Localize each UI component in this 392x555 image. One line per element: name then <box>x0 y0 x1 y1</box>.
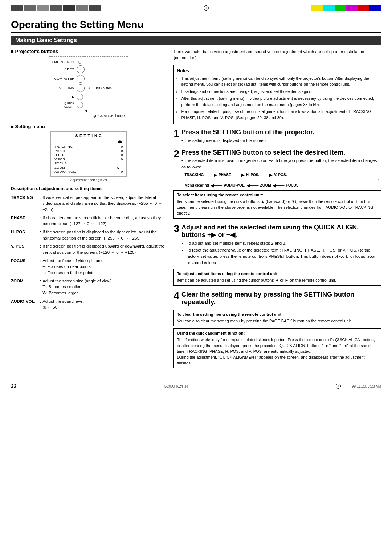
desc-focus-colon: : <box>40 258 41 264</box>
desc-zoom-val: Adjust the screen size (angle of view).T… <box>42 278 166 296</box>
color-bar-magenta <box>346 5 358 11</box>
notes-title: Notes <box>177 68 378 74</box>
sm-zoom-t: T <box>121 166 123 170</box>
note-1: This adjustment menu (setting menu) can … <box>181 76 378 87</box>
desc-zoom-key: ZOOM <box>11 278 40 284</box>
desc-vpos: V. POS. : If the screen position is disp… <box>11 243 166 255</box>
color-bar-yellow <box>311 5 323 11</box>
flow-line1: TRACKING ——▶ PHASE ——▶ H. POS. ——▶ V. PO… <box>184 172 381 177</box>
sm-arrow-right: ◀▶ <box>54 139 123 144</box>
memo-1-body: Items can be selected using the cursor b… <box>177 199 378 216</box>
memo-box-4: Using the quick alignment function: This… <box>173 328 381 368</box>
desc-hpos: H. POS. : If the screen position is disp… <box>11 229 166 241</box>
sm-row-phase: PHASE 0 <box>54 149 123 153</box>
bar-seg-7 <box>89 5 101 11</box>
sm-row-hpos: H.POS. 0 <box>54 153 123 157</box>
notes-box: Notes This adjustment menu (setting menu… <box>173 65 381 125</box>
bar-seg-5 <box>63 5 75 11</box>
bar-seg-1 <box>11 5 23 11</box>
bar-seg-4 <box>50 5 62 11</box>
notes-list: This adjustment menu (setting menu) can … <box>177 76 378 121</box>
footer-target-icon <box>336 384 341 389</box>
sm-vpos-val: 0 <box>121 158 123 161</box>
desc-tracking: TRACKING : If wide vertical stripes appe… <box>11 195 166 213</box>
bar-seg-3 <box>37 5 49 11</box>
intro-text: Here, we make basic video adjustment and… <box>173 49 381 61</box>
step-3-num: 3 <box>173 224 179 234</box>
sm-phase-val: 0 <box>121 149 123 153</box>
proj-computer-circle <box>77 75 85 83</box>
flow-arr-6: ◀—— <box>273 183 285 188</box>
step-4-num: 4 <box>173 291 179 301</box>
bar-seg-2 <box>24 5 36 11</box>
desc-tracking-key: TRACKING <box>11 195 40 201</box>
flow-arr-1: ——▶ <box>205 172 217 177</box>
flow-menu-clear: Menu clearing <box>184 183 209 187</box>
step-2-num: 2 <box>173 149 179 159</box>
step-1-content: Press the SETTING button of the projecto… <box>181 128 314 144</box>
proj-arrow-label: —▶ <box>51 95 77 99</box>
proj-quick-arrow: ——◀ <box>77 109 87 113</box>
desc-focus-val: Adjust the focus of video picture.−: Foc… <box>42 258 166 276</box>
proj-emergency-row: EMERGENCY <box>51 60 126 64</box>
proj-quick-buttons: ——◀ <box>77 102 87 113</box>
step-2-content: Press the SETTING button to select the d… <box>181 149 381 170</box>
desc-hpos-key: H. POS. <box>11 229 40 235</box>
memo-box-3: To clear the setting menu using the remo… <box>173 310 381 326</box>
step-4-content: Clear the setting menu by pressing the S… <box>181 291 381 307</box>
desc-tracking-val: If wide vertical stripes appear on the s… <box>42 195 166 213</box>
color-bar-green <box>335 5 346 11</box>
proj-emergency-dot <box>78 61 81 64</box>
proj-video-row: VIDEO <box>51 65 126 73</box>
desc-section: Description of adjustment and setting it… <box>11 186 166 310</box>
proj-quick-row: QUICKALIGN. ——◀ <box>51 102 126 113</box>
footer-right-text: 99.11.20, 3:28 AM <box>352 384 381 388</box>
quick-align-callout: QUICK ALIGN. buttons <box>51 114 126 118</box>
desc-zoom-colon: : <box>40 278 41 284</box>
desc-vpos-val: If the screen position is displaced upwa… <box>42 243 166 255</box>
flow-arr-4: ◀—— <box>211 183 222 188</box>
flow-focus: FOCUS <box>286 183 299 187</box>
page-title: Operating the Setting Menu <box>11 19 381 33</box>
projector-buttons-title: Projector's buttons <box>11 49 166 54</box>
note-4: For computer-related inputs, use of the … <box>181 109 378 121</box>
sm-hpos-val: 0 <box>121 153 123 157</box>
step-1-body: • The setting menu is displayed on the s… <box>181 138 314 144</box>
proj-arrow-row: —▶ <box>51 94 126 100</box>
sm-row-tracking: TRACKING 0 <box>54 145 123 148</box>
desc-hpos-colon: : <box>40 229 41 235</box>
memo-3-body: You can also clear the setting menu by p… <box>177 318 378 324</box>
flow-up-arr: ↑ <box>378 178 380 182</box>
step-1-num: 1 <box>173 128 179 139</box>
setting-menu-title: Setting menu <box>11 124 166 129</box>
sm-title: S E T T I N G <box>54 134 123 138</box>
flow-zoom: ZOOM <box>260 183 271 187</box>
color-bar-cyan <box>323 5 335 11</box>
proj-setting-circle <box>77 84 85 92</box>
sm-audiovol-label: AUDIO -VOL. <box>54 170 76 174</box>
step-3: 3 Adjust and set the selected item using… <box>173 224 381 286</box>
target-icon <box>204 5 209 11</box>
desc-zoom: ZOOM : Adjust the screen size (angle of … <box>11 278 166 296</box>
flow-diagram: TRACKING ——▶ PHASE ——▶ H. POS. ——▶ V. PO… <box>184 172 381 188</box>
page-footer: 32 G2000 p.24-34 99.11.20, 3:28 AM <box>11 380 381 389</box>
desc-phase-colon: : <box>40 215 41 221</box>
memo-2-body: Items can be adjusted and set using the … <box>177 278 378 283</box>
desc-phase: PHASE : If characters on the screen flic… <box>11 215 166 227</box>
desc-vpos-colon: : <box>40 243 41 249</box>
flow-hpos: H. POS. <box>246 173 260 177</box>
flow-audiovol: AUDIO-VOL. <box>224 183 245 187</box>
sm-tracking-val: 0 <box>121 145 123 148</box>
flow-vertical-arrows: ↓ ↑ <box>184 178 381 182</box>
step-2: 2 Press the SETTING button to select the… <box>173 149 381 219</box>
right-column: Here, we make basic video adjustment and… <box>173 49 381 373</box>
flow-line2: Menu clearing ◀—— AUDIO-VOL. ◀—— ZOOM ◀—… <box>184 183 381 188</box>
left-column: Projector's buttons EMERGENCY VIDEO <box>11 49 166 373</box>
setting-button-callout: SETTING button <box>87 86 112 90</box>
adjustment-label: Adjustment • setting level <box>11 178 166 182</box>
color-bar-red <box>358 5 369 11</box>
proj-emergency-label: EMERGENCY <box>51 60 77 64</box>
step-4: 4 Clear the setting menu by pressing the… <box>173 291 381 368</box>
desc-audiovol-key: AUDIO-VOL. <box>11 298 40 305</box>
desc-audiovol-colon: : <box>40 298 41 305</box>
